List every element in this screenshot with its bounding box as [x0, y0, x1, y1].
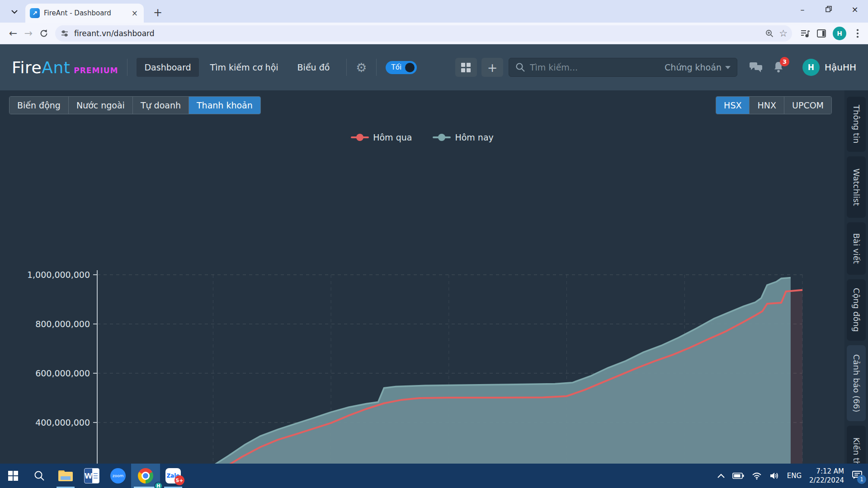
- legend-hom-qua[interactable]: Hôm qua: [351, 132, 412, 142]
- filter-nuoc-ngoai[interactable]: Nước ngoài: [68, 97, 132, 114]
- browser-toolbar: ← → fireant.vn/dashboard ☆ H: [0, 23, 868, 44]
- layout-grid-button[interactable]: [455, 58, 477, 77]
- chat-icon: [749, 61, 763, 73]
- taskbar-search-button[interactable]: [26, 464, 52, 488]
- add-widget-button[interactable]: +: [481, 58, 503, 77]
- zoom-app-icon: zoom: [110, 468, 126, 483]
- sidebar-cong-dong[interactable]: Cộng đồng: [847, 279, 866, 341]
- market-filter-group: Biến động Nước ngoài Tự doanh Thanh khoả…: [9, 96, 261, 114]
- search-icon: [515, 62, 525, 72]
- liquidity-area-chart[interactable]: 0200,000,000400,000,000600,000,000800,00…: [0, 266, 836, 488]
- svg-text:800,000,000: 800,000,000: [35, 319, 90, 329]
- symbol-search-bar[interactable]: Chứng khoán: [509, 58, 737, 77]
- divider: [346, 59, 347, 76]
- new-tab-button[interactable]: +: [151, 6, 165, 19]
- nav-tim-kiem-co-hoi[interactable]: Tìm kiếm cơ hội: [203, 58, 286, 77]
- taskbar-zoom[interactable]: zoom: [105, 464, 131, 488]
- search-scope-dropdown[interactable]: Chứng khoán: [665, 62, 731, 72]
- plus-icon: +: [487, 61, 498, 74]
- zalo-icon: Zalo5+: [165, 468, 181, 483]
- sidebar-thong-tin[interactable]: Thông tin: [847, 97, 866, 152]
- filter-thanh-khoan[interactable]: Thanh khoản: [189, 97, 260, 114]
- filter-tu-doanh[interactable]: Tự doanh: [132, 97, 189, 114]
- fireant-logo[interactable]: FireAnt PREMIUM: [12, 58, 118, 77]
- sidebar-bai-viet[interactable]: Bài viết: [847, 222, 866, 275]
- tab-close-icon[interactable]: ×: [130, 9, 139, 18]
- app-header: FireAnt PREMIUM Dashboard Tìm kiếm cơ hộ…: [0, 44, 868, 90]
- search-input[interactable]: [530, 62, 660, 72]
- show-hidden-icons-chevron[interactable]: [717, 474, 725, 478]
- date: 2/22/2024: [809, 476, 844, 484]
- address-bar[interactable]: fireant.vn/dashboard ☆: [55, 25, 792, 42]
- divider: [127, 59, 127, 76]
- taskbar-zalo[interactable]: Zalo5+: [160, 464, 186, 488]
- url-text[interactable]: fireant.vn/dashboard: [74, 29, 760, 38]
- battery-icon[interactable]: [732, 473, 744, 479]
- forward-icon[interactable]: →: [21, 26, 36, 41]
- media-controls-icon[interactable]: [800, 28, 810, 38]
- toggle-knob: [405, 63, 415, 72]
- sidebar-canh-bao[interactable]: Cảnh báo (66): [847, 345, 866, 421]
- reload-icon[interactable]: [36, 26, 52, 41]
- chevron-down-icon: [725, 66, 731, 69]
- browser-tab[interactable]: ↗ FireAnt - Dashboard ×: [25, 4, 144, 23]
- start-button[interactable]: [0, 464, 26, 488]
- bookmark-star-icon[interactable]: ☆: [779, 28, 788, 39]
- nav-bieu-do[interactable]: Biểu đồ: [290, 58, 338, 77]
- taskbar-clock[interactable]: 7:12 AM 2/22/2024: [809, 467, 844, 485]
- dark-theme-toggle[interactable]: Tối: [386, 61, 417, 74]
- exchange-upcom[interactable]: UPCOM: [784, 97, 831, 114]
- dashboard-content: Biến động Nước ngoài Tự doanh Thanh khoả…: [0, 90, 844, 464]
- window-minimize-button[interactable]: –: [789, 0, 816, 18]
- time: 7:12 AM: [816, 467, 844, 475]
- chrome-profile-badge: H: [154, 482, 163, 488]
- nav-dashboard[interactable]: Dashboard: [137, 58, 198, 77]
- language-indicator[interactable]: ENG: [787, 472, 802, 480]
- chart-legend: Hôm qua Hôm nay: [0, 132, 844, 142]
- side-panel-icon[interactable]: [816, 28, 826, 38]
- taskbar-word[interactable]: W: [79, 464, 105, 488]
- theme-toggle-label: Tối: [392, 63, 402, 71]
- action-center-badge: 1: [857, 475, 866, 484]
- taskbar-file-explorer[interactable]: [52, 464, 79, 488]
- tab-search-chevron-icon[interactable]: [8, 6, 21, 17]
- right-sidebar: Thông tin Watchlist Bài viết Cộng đồng C…: [844, 90, 868, 464]
- svg-text:400,000,000: 400,000,000: [35, 418, 90, 427]
- logo-fire: Fire: [12, 58, 42, 77]
- settings-gear-icon[interactable]: ⚙: [356, 61, 367, 75]
- window-close-button[interactable]: ×: [842, 0, 868, 18]
- file-explorer-icon: [58, 470, 73, 481]
- site-info-icon[interactable]: [60, 28, 70, 38]
- messages-button[interactable]: [749, 61, 763, 73]
- action-center-button[interactable]: 1: [852, 470, 863, 481]
- browser-menu-icon[interactable]: [853, 28, 863, 38]
- back-icon[interactable]: ←: [5, 26, 21, 41]
- volume-icon[interactable]: [769, 472, 779, 480]
- search-scope-label: Chứng khoán: [665, 62, 722, 72]
- browser-profile-avatar[interactable]: H: [833, 27, 846, 40]
- fireant-favicon-icon: ↗: [30, 8, 40, 18]
- word-icon: W: [84, 468, 99, 483]
- svg-text:1,000,000,000: 1,000,000,000: [27, 270, 90, 280]
- windows-taskbar: W zoom H Zalo5+ ENG 7:12 AM 2/22/2024 1: [0, 464, 868, 488]
- user-menu[interactable]: H HậuHH: [802, 59, 856, 76]
- browser-tab-title: FireAnt - Dashboard: [44, 9, 126, 17]
- exchange-hsx[interactable]: HSX: [716, 97, 749, 114]
- zoom-page-icon[interactable]: [764, 28, 774, 38]
- wifi-icon[interactable]: [752, 472, 762, 480]
- sidebar-watchlist[interactable]: Watchlist: [847, 156, 866, 218]
- user-name: HậuHH: [825, 62, 856, 73]
- browser-tab-strip: ↗ FireAnt - Dashboard × + – ×: [0, 0, 868, 23]
- taskbar-chrome[interactable]: H: [131, 464, 160, 488]
- exchange-hnx[interactable]: HNX: [749, 97, 784, 114]
- notification-badge: 3: [780, 57, 789, 66]
- filter-bien-dong[interactable]: Biến động: [9, 97, 68, 114]
- legend-hom-nay[interactable]: Hôm nay: [433, 132, 493, 142]
- search-icon: [33, 470, 45, 482]
- legend-label: Hôm nay: [455, 132, 493, 142]
- exchange-filter-group: HSX HNX UPCOM: [716, 96, 832, 114]
- window-restore-button[interactable]: [816, 0, 842, 18]
- chrome-icon: [138, 468, 153, 483]
- notifications-button[interactable]: 3: [773, 61, 784, 74]
- divider: [376, 59, 377, 76]
